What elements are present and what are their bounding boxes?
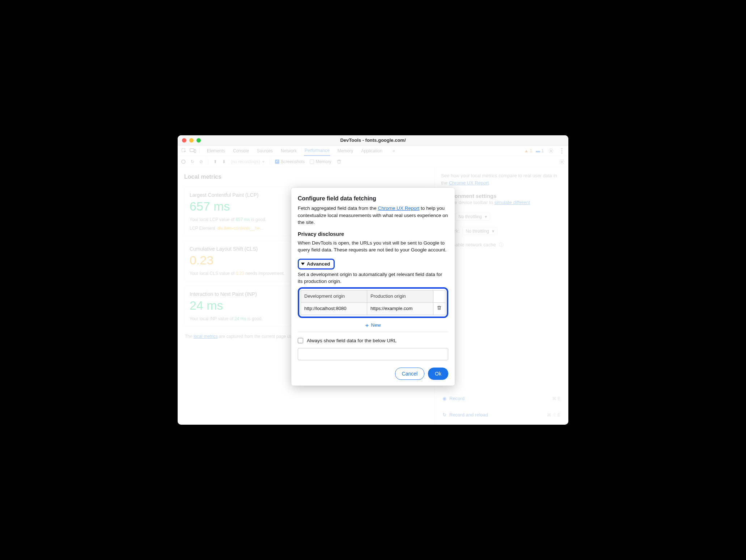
origin-mapping-row: http://localhost:8080 https://example.co… [301,302,445,315]
memory-checkbox[interactable]: Memory [310,159,331,164]
lcp-element-link[interactable]: div.item-contents__he… [217,226,264,231]
prod-origin-cell[interactable]: https://example.com [367,302,433,315]
reload-kbd: ⌘ ⇧ E [547,412,560,417]
screenshots-checkbox[interactable]: Screenshots [275,159,305,164]
cancel-button[interactable]: Cancel [395,368,425,380]
tab-elements[interactable]: Elements [206,146,226,156]
record-icon: ◉ [442,396,446,401]
devtools-window: DevTools - fonts.google.com/ Elements Co… [178,135,568,425]
issues-badge[interactable]: ▬ 1 [536,148,544,153]
prod-origin-header: Production origin [367,290,433,302]
advanced-toggle[interactable]: Advanced [298,259,335,270]
recordings-dropdown[interactable]: (no recordings)▾ [231,159,264,164]
always-show-checkbox[interactable]: Always show field data for the below URL [298,337,448,344]
url-override-input[interactable] [298,348,448,360]
inspect-icon[interactable] [181,147,188,154]
crux-link[interactable]: Chrome UX Report [449,180,489,186]
dialog-title: Configure field data fetching [298,194,448,203]
origin-mapping-highlight: Development origin Production origin htt… [298,287,448,318]
warnings-badge[interactable]: ▲ 1 [524,148,532,153]
divider [208,159,208,165]
checkbox-icon [298,338,303,343]
crux-link[interactable]: Chrome UX Report [378,205,419,211]
svg-rect-2 [194,149,196,153]
advanced-desc: Set a development origin to automaticall… [298,271,448,285]
local-metrics-link[interactable]: local metrics [194,334,218,339]
record-icon[interactable] [181,160,186,164]
svg-point-4 [561,148,562,149]
env-settings-text: Use the device toolbar to simulate diffe… [441,199,562,206]
disable-cache-row[interactable]: Disable network cache ⓘ [441,242,562,248]
device-toolbar-icon[interactable] [189,147,196,154]
network-throttle-row: Network: No throttling▾ [441,227,562,235]
tabs-right: ▲ 1 ▬ 1 [524,147,565,154]
svg-point-3 [550,150,552,152]
devtools-tabs: Elements Console Sources Network Perform… [178,145,568,156]
origin-mapping-table: Development origin Production origin htt… [301,290,445,315]
configure-field-data-dialog: Configure field data fetching Fetch aggr… [291,188,455,386]
simulate-link[interactable]: simulate different [494,200,530,205]
local-metrics-heading: Local metrics [184,174,428,180]
svg-point-5 [561,150,562,151]
clear-icon[interactable]: ⊘ [199,159,203,164]
field-data-blurb: See how your local metrics compare to re… [441,172,562,186]
svg-point-6 [561,152,562,153]
record-action[interactable]: ◉Record ⌘ E [441,394,562,403]
performance-toolbar: ↻ ⊘ ⬆ ⬇ (no recordings)▾ Screenshots Mem… [178,156,568,167]
cpu-dropdown[interactable]: No throttling▾ [455,213,490,221]
delete-row-button[interactable] [433,302,445,315]
download-icon[interactable]: ⬇ [222,159,226,164]
network-dropdown[interactable]: No throttling▾ [462,227,497,235]
upload-icon[interactable]: ⬆ [213,159,217,164]
reload-icon[interactable]: ↻ [191,159,194,164]
tab-console[interactable]: Console [232,146,250,156]
window-title: DevTools - fonts.google.com/ [178,137,568,143]
svg-rect-1 [190,149,194,152]
tab-sources[interactable]: Sources [256,146,274,156]
privacy-heading: Privacy disclosure [298,230,448,238]
cpu-throttle-row: CPU: No throttling▾ [441,213,562,221]
tab-memory[interactable]: Memory [337,146,354,156]
privacy-body: When DevTools is open, the URLs you visi… [298,239,448,254]
tab-network[interactable]: Network [280,146,297,156]
dev-origin-header: Development origin [301,290,367,302]
env-settings-heading: Environment settings [441,193,562,199]
tab-row: Elements Console Sources Network Perform… [206,146,395,156]
record-reload-action[interactable]: ↻Record and reload ⌘ ⇧ E [441,410,562,420]
panel-gear-icon[interactable] [559,159,565,165]
svg-point-7 [561,161,563,162]
add-new-mapping[interactable]: + New [298,322,448,329]
divider [298,332,448,332]
tab-performance[interactable]: Performance [304,146,330,156]
trash-icon[interactable] [336,159,342,164]
dev-origin-cell[interactable]: http://localhost:8080 [301,302,367,315]
tabs-overflow-icon[interactable]: » [393,148,395,153]
ok-button[interactable]: Ok [428,368,448,380]
gear-icon[interactable] [547,147,555,154]
dialog-buttons: Cancel Ok [298,368,448,380]
plus-icon: + [365,322,369,328]
help-icon[interactable]: ⓘ [499,242,504,248]
disclosure-triangle-icon [301,263,305,265]
kebab-icon[interactable] [558,147,565,154]
dialog-intro: Fetch aggregated field data from the Chr… [298,205,448,226]
tab-application[interactable]: Application [360,146,383,156]
divider [270,159,270,165]
record-kbd: ⌘ E [552,396,560,401]
divider [199,148,200,154]
titlebar: DevTools - fonts.google.com/ [178,135,568,145]
reload-icon: ↻ [442,412,446,417]
